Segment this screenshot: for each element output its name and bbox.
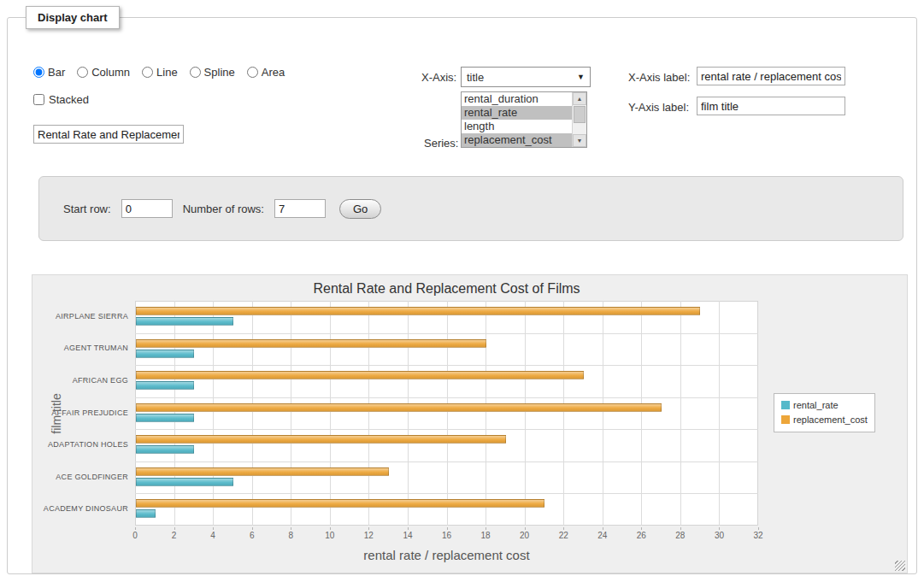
tick-label: 8 — [274, 531, 308, 540]
x-axis-select-label: X-Axis: — [421, 71, 456, 84]
series-option-rental-rate[interactable]: rental_rate — [462, 106, 572, 120]
start-row-input[interactable] — [121, 199, 173, 218]
chart-type-radio-area[interactable] — [247, 67, 258, 78]
legend-swatch-replacement_cost — [781, 415, 790, 424]
category-label: ACADEMY DINOSAUR — [32, 504, 128, 513]
tick-label: 30 — [702, 531, 736, 540]
series-option-length[interactable]: length — [462, 120, 572, 133]
resize-handle-icon[interactable] — [895, 561, 905, 571]
tick-label: 18 — [468, 531, 503, 540]
series-listbox[interactable]: rental_duration rental_rate length repla… — [461, 91, 587, 148]
chart-type-radio-bar[interactable] — [33, 67, 44, 78]
gridline-vertical — [641, 301, 642, 526]
tick-mark — [408, 527, 409, 530]
tick-mark — [330, 527, 331, 530]
go-button[interactable]: Go — [339, 199, 381, 219]
chart-type-label-spline: Spline — [204, 66, 235, 79]
gridline-horizontal — [135, 493, 758, 494]
bar-rental_rate[interactable] — [136, 317, 233, 326]
tick-label: 24 — [586, 531, 620, 540]
tick-mark — [758, 527, 759, 530]
category-label: AFRICAN EGG — [32, 376, 128, 385]
tick-mark — [252, 527, 253, 530]
chart-type-radio-line[interactable] — [142, 67, 153, 78]
gridline-horizontal — [135, 333, 758, 334]
tick-mark — [368, 527, 369, 530]
chart-type-label-line: Line — [156, 66, 178, 79]
x-axis-select[interactable]: title ▼ — [461, 67, 591, 87]
tick-label: 32 — [741, 531, 775, 540]
scrollbar-thumb[interactable] — [574, 106, 586, 123]
chart-type-radio-column[interactable] — [77, 67, 88, 78]
legend-label: rental_rate — [793, 398, 839, 413]
stacked-checkbox[interactable] — [33, 94, 44, 105]
x-axis-title: rental rate / replacement cost — [135, 548, 758, 562]
chart-type-radio-group: Bar Column Line Spline Area — [33, 66, 293, 79]
tick-label: 4 — [196, 531, 230, 540]
tick-label: 16 — [430, 531, 464, 540]
legend-label: replacement_cost — [793, 413, 868, 427]
start-row-label: Start row: — [63, 203, 111, 215]
bar-rental_rate[interactable] — [136, 509, 156, 518]
gridline-horizontal — [135, 429, 758, 430]
chart-title-input[interactable] — [33, 125, 184, 144]
series-option-replacement-cost[interactable]: replacement_cost — [462, 133, 572, 147]
tick-mark — [641, 527, 642, 530]
stacked-row: Stacked — [33, 93, 89, 106]
bar-replacement_cost[interactable] — [136, 435, 506, 444]
tick-mark — [447, 527, 448, 530]
gridline-horizontal — [135, 397, 758, 398]
gridline-vertical — [408, 301, 409, 526]
tick-mark — [719, 527, 720, 530]
y-axis-label-input[interactable] — [697, 97, 845, 115]
scroll-down-icon[interactable]: ▼ — [573, 134, 586, 147]
bar-replacement_cost[interactable] — [136, 467, 389, 476]
x-axis-label-input[interactable] — [697, 67, 845, 85]
chart-type-label-area: Area — [262, 66, 285, 79]
bar-rental_rate[interactable] — [136, 414, 194, 422]
tick-label: 20 — [508, 531, 542, 540]
tick-label: 0 — [118, 531, 152, 540]
tick-label: 6 — [235, 531, 269, 540]
legend-item-replacement_cost[interactable]: replacement_cost — [781, 413, 868, 427]
tick-label: 12 — [351, 531, 385, 540]
bar-replacement_cost[interactable] — [136, 499, 544, 508]
series-option-rental-duration[interactable]: rental_duration — [462, 92, 572, 106]
chart-title: Rental Rate and Replacement Cost of Film… — [135, 281, 758, 297]
bar-replacement_cost[interactable] — [136, 403, 662, 412]
gridline-horizontal — [135, 365, 758, 366]
x-axis-label-field-label: X-Axis label: — [628, 71, 690, 84]
num-rows-label: Number of rows: — [183, 203, 264, 215]
tick-label: 22 — [546, 531, 580, 540]
tick-label: 14 — [391, 531, 425, 540]
tick-mark — [563, 527, 564, 530]
gridline-vertical — [486, 301, 486, 526]
chart-type-label-bar: Bar — [48, 66, 65, 79]
num-rows-input[interactable] — [274, 199, 326, 218]
bar-rental_rate[interactable] — [136, 381, 194, 390]
series-listbox-items: rental_duration rental_rate length repla… — [462, 92, 572, 147]
bar-rental_rate[interactable] — [136, 445, 194, 454]
tick-mark — [135, 527, 136, 530]
legend-swatch-rental_rate — [781, 401, 790, 409]
chart-legend: rental_ratereplacement_cost — [774, 393, 875, 432]
chart-type-label-column: Column — [91, 66, 130, 79]
stacked-label: Stacked — [49, 93, 89, 106]
series-listbox-scrollbar[interactable]: ▲ ▼ — [572, 92, 586, 147]
chart: Rental Rate and Replacement Cost of Film… — [32, 275, 907, 573]
legend-item-rental_rate[interactable]: rental_rate — [781, 398, 868, 413]
scroll-up-icon[interactable]: ▲ — [573, 92, 586, 105]
bar-replacement_cost[interactable] — [136, 339, 486, 348]
gridline-vertical — [603, 301, 603, 526]
bar-replacement_cost[interactable] — [136, 307, 700, 315]
category-label: AGENT TRUMAN — [32, 344, 128, 352]
bar-rental_rate[interactable] — [136, 350, 194, 358]
gridline-vertical — [368, 301, 369, 526]
tick-mark — [680, 527, 681, 530]
y-axis-label-field-label: Y-Axis label: — [628, 101, 689, 114]
bar-rental_rate[interactable] — [136, 478, 233, 486]
gridline-vertical — [213, 301, 214, 526]
page: Bar Column Line Spline Area Stacked X-Ax… — [0, 0, 924, 582]
chart-type-radio-spline[interactable] — [190, 67, 201, 78]
bar-replacement_cost[interactable] — [136, 371, 584, 379]
